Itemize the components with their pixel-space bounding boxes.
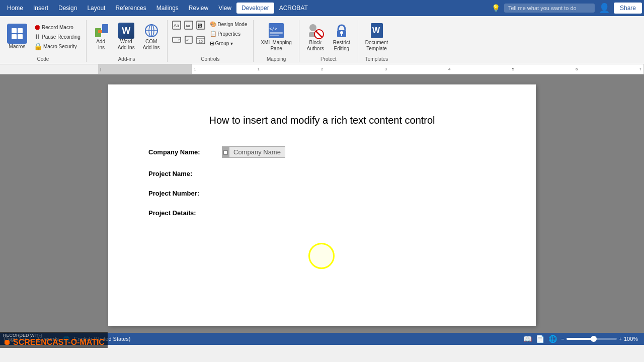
svg-rect-5 <box>102 24 108 33</box>
block-authors-button[interactable]: BlockAuthors <box>303 20 328 53</box>
project-name-label: Project Name: <box>148 170 229 177</box>
checkbox-control-icon[interactable]: ✓ <box>184 35 194 45</box>
code-group-body: Macros ⏺ Record Macro ⏸ Pause Recording … <box>0 18 86 55</box>
add-ins-svg <box>94 23 109 38</box>
search-input[interactable] <box>504 4 595 13</box>
macro-security-button[interactable]: 🔒 Macro Security <box>32 42 82 51</box>
group-controls: Aa Aa 🖼 ✓ <box>168 18 254 64</box>
zoom-slider-track[interactable] <box>567 338 617 340</box>
restrict-editing-icon <box>333 22 351 40</box>
plain-text-control-icon[interactable]: Aa <box>184 20 194 30</box>
zoom-percent: 100% <box>624 336 640 342</box>
restrict-editing-button[interactable]: RestrictEditing <box>330 20 354 53</box>
pause-icon: ⏸ <box>34 33 41 41</box>
watermark-logo-text: SCREENCAST-O-MATIC <box>13 338 105 347</box>
picture-control-icon[interactable]: 🖼 <box>196 20 206 30</box>
menu-item-references[interactable]: References <box>110 3 151 14</box>
recorded-with-label: RECORDED WITH <box>3 333 105 338</box>
add-ins-icon <box>94 23 110 39</box>
ruler-mark-2: 2 <box>321 67 323 71</box>
design-mode-label: Design Mode <box>218 22 248 27</box>
block-authors-svg <box>307 22 324 39</box>
menu-item-layout[interactable]: Layout <box>82 3 110 14</box>
menu-item-mailings[interactable]: Mailings <box>151 3 184 14</box>
properties-label: Properties <box>218 31 241 37</box>
record-indicator-icon: ⏺ <box>3 338 11 347</box>
cursor-highlight <box>308 243 335 269</box>
macro-security-label: Macro Security <box>43 44 77 49</box>
zoom-out-icon[interactable]: − <box>561 336 564 342</box>
ruler-mark-6: 6 <box>576 67 578 71</box>
restrict-editing-svg <box>333 22 350 39</box>
company-name-label: Company Name: <box>148 148 229 156</box>
mapping-group-label: Mapping <box>254 55 298 64</box>
svg-text:Aa: Aa <box>186 24 190 28</box>
pause-recording-button[interactable]: ⏸ Pause Recording <box>32 32 82 41</box>
addins-group-body: Add-ins W WordAdd-ins COMA <box>87 18 167 55</box>
menu-item-insert[interactable]: Insert <box>28 3 53 14</box>
mapping-group-body: </> XML MappingPane <box>254 18 298 55</box>
block-authors-icon <box>306 22 325 40</box>
macros-svg <box>10 27 24 41</box>
field-row-project-details: Project Details: <box>148 209 496 217</box>
menu-item-acrobat[interactable]: ACROBAT <box>274 3 313 14</box>
menu-item-developer[interactable]: Developer <box>236 3 274 14</box>
control-box[interactable]: Company Name <box>229 146 285 158</box>
print-layout-icon[interactable]: 📄 <box>536 335 544 343</box>
properties-button[interactable]: 📋 Properties <box>208 30 250 38</box>
ribbon: Macros ⏺ Record Macro ⏸ Pause Recording … <box>0 16 644 64</box>
word-addins-label: WordAdd-ins <box>118 39 135 51</box>
menu-item-home[interactable]: Home <box>2 3 28 14</box>
controls-group-body: Aa Aa 🖼 ✓ <box>168 18 254 55</box>
svg-text:✓: ✓ <box>186 38 190 43</box>
group-button[interactable]: ⊞ Group ▾ <box>208 39 250 48</box>
group-code: Macros ⏺ Record Macro ⏸ Pause Recording … <box>0 18 86 64</box>
company-name-control[interactable]: Company Name <box>229 146 285 158</box>
svg-rect-3 <box>18 34 23 39</box>
web-layout-icon[interactable]: 🌐 <box>548 335 557 343</box>
add-ins-button[interactable]: Add-ins <box>91 21 113 52</box>
design-mode-button[interactable]: 🎨 Design Mode <box>208 20 250 29</box>
text-control-icon[interactable]: Aa <box>172 20 182 30</box>
field-row-project-name: Project Name: <box>148 170 496 177</box>
document-area[interactable]: How to insert and modify a rich text con… <box>0 74 644 333</box>
add-ins-label: Add-ins <box>96 39 107 51</box>
project-number-label: Project Number: <box>148 190 229 197</box>
ruler-mark-3: 3 <box>385 67 387 71</box>
xml-mapping-icon: </> <box>267 22 285 40</box>
svg-text:W: W <box>372 26 380 35</box>
xml-mapping-pane-button[interactable]: </> XML MappingPane <box>258 20 294 53</box>
addins-group-label: Add-ins <box>87 55 167 64</box>
share-button[interactable]: Share <box>614 3 642 14</box>
ruler-margin-mark: | <box>100 67 120 71</box>
watermark: RECORDED WITH ⏺ SCREENCAST-O-MATIC <box>0 332 108 348</box>
main-area: How to insert and modify a rich text con… <box>0 74 644 333</box>
record-macro-button[interactable]: ⏺ Record Macro <box>32 23 82 32</box>
control-handle <box>222 146 229 158</box>
svg-rect-0 <box>12 28 17 33</box>
date-picker-icon[interactable]: 15 <box>196 35 206 45</box>
security-icon: 🔒 <box>34 42 42 50</box>
zoom-control[interactable]: − + 100% <box>561 336 640 342</box>
document-template-button[interactable]: W DocumentTemplate <box>362 20 391 53</box>
com-addins-button[interactable]: COMAdd-ins <box>140 21 163 52</box>
handle-icon <box>222 149 228 155</box>
ruler-mark-0: 1 <box>194 67 196 71</box>
menu-item-design[interactable]: Design <box>53 3 82 14</box>
combo-box-icon[interactable] <box>172 35 182 45</box>
watermark-logo-row: ⏺ SCREENCAST-O-MATIC <box>3 338 105 347</box>
field-row-company: Company Name: Company Name <box>148 146 496 158</box>
macros-button[interactable]: Macros <box>4 22 30 51</box>
ruler-content: 1 1 2 3 4 5 6 7 <box>191 64 644 74</box>
menu-item-view[interactable]: View <box>213 3 236 14</box>
zoom-slider-thumb[interactable] <box>591 336 597 342</box>
word-addins-button[interactable]: W WordAdd-ins <box>115 21 138 52</box>
read-mode-icon[interactable]: 📖 <box>523 335 532 343</box>
status-right: 📖 📄 🌐 − + 100% <box>523 335 640 343</box>
svg-text:Aa: Aa <box>174 23 179 28</box>
user-icon: 👤 <box>599 3 610 14</box>
zoom-in-icon[interactable]: + <box>619 336 622 342</box>
xml-mapping-svg: </> <box>268 22 285 39</box>
menu-item-review[interactable]: Review <box>184 3 213 14</box>
menu-right: 💡 👤 Share <box>492 3 642 14</box>
